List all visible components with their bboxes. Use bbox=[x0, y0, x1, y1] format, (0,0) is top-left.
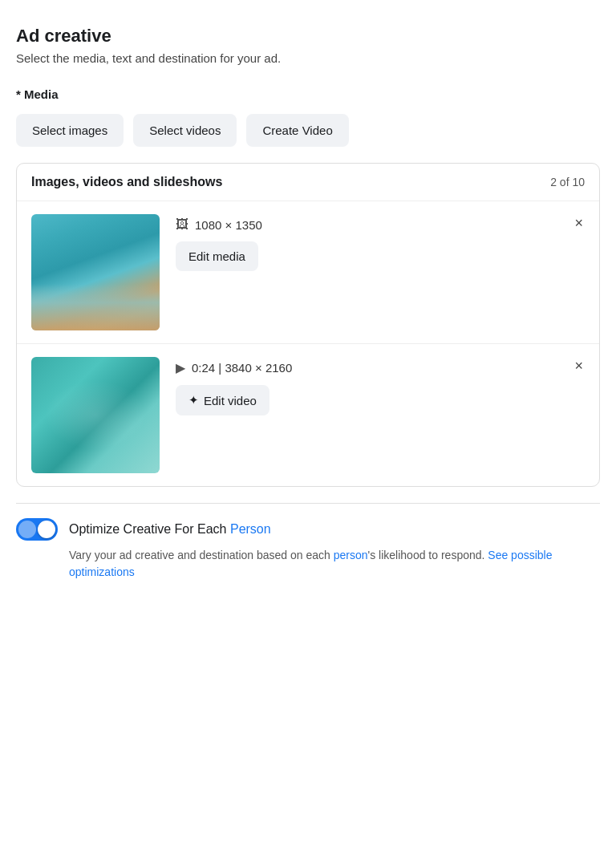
optimize-person-inline-link[interactable]: person bbox=[334, 549, 368, 561]
select-videos-button[interactable]: Select videos bbox=[133, 114, 237, 147]
media-item-video: ▶ 0:24 | 3840 × 2160 ✦ Edit video × bbox=[17, 344, 599, 486]
optimize-label-start: Optimize Creative For Each bbox=[69, 522, 230, 536]
media-item-image: 🖼 1080 × 1350 Edit media × bbox=[17, 201, 599, 344]
optimize-toggle[interactable] bbox=[16, 518, 58, 541]
toggle-thumb bbox=[38, 521, 55, 538]
media-section-label: * Media bbox=[16, 87, 600, 101]
page-subtitle: Select the media, text and destination f… bbox=[16, 51, 600, 65]
optimize-section: Optimize Creative For Each Person Vary y… bbox=[16, 503, 600, 595]
media-count-badge: 2 of 10 bbox=[550, 176, 585, 188]
remove-image-button[interactable]: × bbox=[569, 213, 588, 233]
page-title: Ad creative bbox=[16, 26, 600, 47]
media-card-header: Images, videos and slideshows 2 of 10 bbox=[17, 164, 599, 201]
toggle-track bbox=[16, 518, 58, 541]
media-card-title: Images, videos and slideshows bbox=[31, 175, 222, 189]
wand-icon: ✦ bbox=[188, 393, 199, 407]
image-info: 🖼 1080 × 1350 Edit media bbox=[176, 214, 585, 271]
select-images-button[interactable]: Select images bbox=[16, 114, 124, 147]
video-dimensions: 0:24 | 3840 × 2160 bbox=[192, 361, 292, 375]
edit-video-label: Edit video bbox=[204, 394, 257, 407]
image-icon: 🖼 bbox=[176, 217, 188, 232]
image-meta: 🖼 1080 × 1350 bbox=[176, 217, 585, 232]
image-preview-1 bbox=[31, 214, 160, 330]
see-optimizations-link[interactable]: See possible optimizations bbox=[69, 549, 552, 578]
optimize-description: Vary your ad creative and destination ba… bbox=[16, 547, 600, 581]
remove-video-button[interactable]: × bbox=[569, 355, 588, 376]
media-card: Images, videos and slideshows 2 of 10 🖼 … bbox=[16, 163, 600, 487]
video-meta: ▶ 0:24 | 3840 × 2160 bbox=[176, 360, 585, 375]
optimize-person-link[interactable]: Person bbox=[230, 522, 271, 536]
optimize-row: Optimize Creative For Each Person bbox=[16, 518, 600, 541]
video-play-icon: ▶ bbox=[176, 360, 185, 375]
video-info: ▶ 0:24 | 3840 × 2160 ✦ Edit video bbox=[176, 357, 585, 415]
media-buttons-row: Select images Select videos Create Video bbox=[16, 114, 600, 147]
optimize-label: Optimize Creative For Each Person bbox=[69, 522, 271, 537]
edit-video-button[interactable]: ✦ Edit video bbox=[176, 385, 270, 415]
image-preview-2 bbox=[31, 357, 160, 473]
video-thumbnail bbox=[31, 357, 160, 473]
image-thumbnail bbox=[31, 214, 160, 330]
edit-media-button[interactable]: Edit media bbox=[176, 241, 258, 271]
create-video-button[interactable]: Create Video bbox=[246, 114, 348, 147]
image-dimensions: 1080 × 1350 bbox=[195, 218, 262, 232]
